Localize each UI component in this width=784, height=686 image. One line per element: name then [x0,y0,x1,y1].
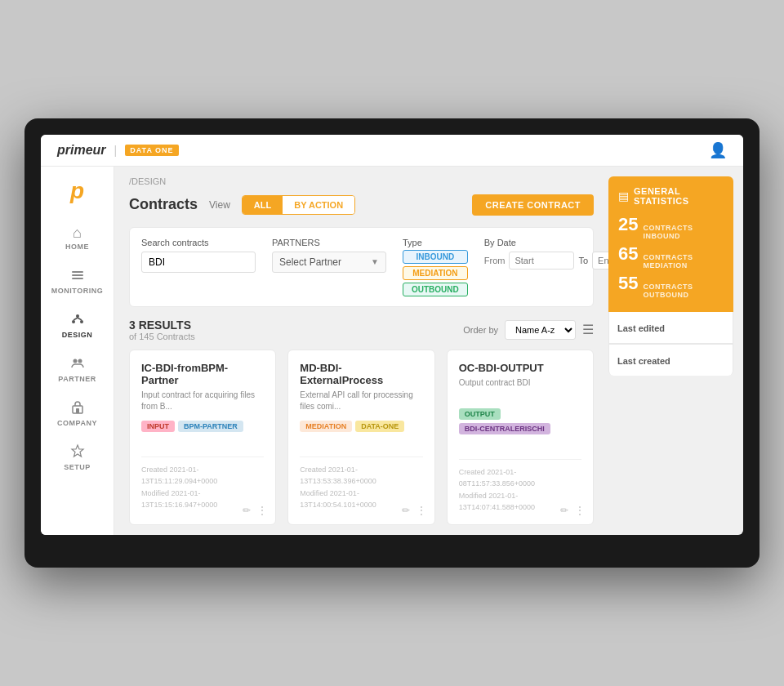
card-desc-1: External API call for processing files c… [300,390,422,412]
date-group: By Date From To [484,238,608,270]
svg-line-7 [78,318,82,320]
edit-icon-0[interactable]: ✏ [243,505,251,516]
partner-label: PARTNERS [272,238,386,247]
order-row: Order by Name A-z ☰ [463,320,594,340]
main-area: p ⌂ HOME MONITORING [41,167,743,536]
laptop-screen: primeur | DATA ONE 👤 p ⌂ HOME [41,135,743,536]
card-tags-1: MEDIATION DATA-ONE [300,421,422,432]
type-outbound[interactable]: OUTBOUND [403,283,468,296]
last-created-panel: Last created [608,344,733,376]
contract-card-1[interactable]: MD-BDI-ExternalProcess External API call… [287,350,434,526]
view-label: View [209,199,230,211]
svg-rect-0 [72,271,83,273]
stat-row-inbound: 25 CONTRACTS INBOUND [618,214,724,240]
search-area: Search contracts PARTNERS Select Partner… [129,227,594,307]
date-to-label: To [578,256,588,265]
edit-icon-2[interactable]: ✏ [560,505,568,516]
last-edited-label: Last edited [617,323,665,333]
stat-number-outbound: 55 [618,273,638,294]
search-group: Search contracts [141,238,256,273]
sidebar-label-setup: SETUP [64,463,91,471]
sidebar-item-partner[interactable]: PARTNER [47,349,108,390]
tab-all[interactable]: ALL [243,196,283,214]
date-row: From To [484,252,608,270]
card-tags-0: INPUT BPM-PARTNER [141,421,264,432]
order-select[interactable]: Name A-z [505,320,576,340]
more-icon-0[interactable]: ⋮ [257,505,267,516]
card-created-2: Created 2021-01-08T11:57:33.856+0000 [459,466,581,490]
stats-title: General statistics [634,186,724,206]
header-divider: | [114,144,118,157]
create-contract-button[interactable]: CREATE CONTRACT [472,194,594,216]
stats-icon: ▤ [618,189,629,203]
card-title-0: IC-BDI-fromBPM-Partner [141,362,264,386]
type-label: Type [403,238,468,247]
stat-number-inbound: 25 [618,214,638,235]
results-subtitle: of 145 Contracts [129,332,195,341]
date-from-label: From [484,256,506,265]
type-inbound[interactable]: INBOUND [403,250,468,264]
stat-label-mediation: CONTRACTS MEDIATION [643,253,724,270]
card-tag-input: INPUT [141,421,175,432]
svg-point-5 [80,320,83,323]
edit-icon-1[interactable]: ✏ [402,505,410,516]
stat-label-outbound: CONTRACTS OUTBOUND [643,283,724,299]
header-brand: primeur | DATA ONE [57,143,179,158]
card-title-2: OC-BDI-OUTPUT [459,362,581,374]
sidebar-item-design[interactable]: DESIGN [47,305,108,345]
list-view-icon[interactable]: ☰ [582,322,594,337]
date-from-input[interactable] [509,252,574,270]
sidebar-label-design: DESIGN [62,331,93,339]
last-created-label: Last created [617,356,670,366]
contract-card-0[interactable]: IC-BDI-fromBPM-Partner Input contract fo… [129,350,276,526]
design-icon [70,311,85,328]
sidebar-label-home: HOME [65,243,89,251]
user-icon[interactable]: 👤 [709,141,727,159]
sidebar-logo: p [61,175,94,207]
card-actions-2: ✏ ⋮ [560,505,585,516]
tab-by-action[interactable]: BY ACTION [283,196,354,214]
partner-placeholder: Select Partner [279,256,341,268]
sidebar-item-home[interactable]: ⌂ HOME [47,219,108,257]
svg-point-4 [72,320,75,323]
sidebar-item-monitoring[interactable]: MONITORING [47,261,108,301]
stat-row-outbound: 55 CONTRACTS OUTBOUND [618,273,724,299]
app-header: primeur | DATA ONE 👤 [41,135,743,167]
sidebar-item-setup[interactable]: SETUP [47,437,108,478]
svg-rect-2 [72,278,83,279]
company-icon [70,399,85,416]
home-icon: ⌂ [73,225,82,240]
partner-chevron-icon: ▼ [371,257,379,266]
page-title: Contracts [129,196,198,213]
laptop-frame: primeur | DATA ONE 👤 p ⌂ HOME [24,118,760,568]
view-tabs: ALL BY ACTION [242,195,355,215]
last-edited-panel: Last edited [608,312,733,344]
type-group: Type INBOUND MEDIATION OUTBOUND [403,238,468,296]
more-icon-1[interactable]: ⋮ [416,505,426,516]
card-desc-0: Input contract for acquiring files from … [141,390,264,412]
sidebar-item-company[interactable]: COMPANY [47,393,108,434]
card-tag-mediation: MEDIATION [300,421,352,432]
sidebar-label-company: COMPANY [57,419,97,427]
card-actions-1: ✏ ⋮ [402,505,426,516]
date-to-input[interactable] [592,252,608,270]
search-label: Search contracts [141,238,256,247]
card-created-1: Created 2021-01-13T13:53:38.396+0000 [300,464,422,488]
svg-point-8 [73,359,77,363]
card-desc-2: Output contract BDI [459,377,581,400]
stats-header: ▤ General statistics [618,186,724,206]
stat-row-mediation: 65 CONTRACTS MEDIATION [618,243,724,270]
card-footer-0: Created 2021-01-13T15:11:29.094+0000 Mod… [141,457,264,511]
more-icon-2[interactable]: ⋮ [575,505,585,516]
results-row: 3 RESULTS of 145 Contracts Order by Name… [129,318,594,341]
card-actions-0: ✏ ⋮ [243,505,267,516]
stat-number-mediation: 65 [618,243,638,265]
right-panel: ▤ General statistics 25 CONTRACTS INBOUN… [608,167,743,536]
type-mediation[interactable]: MEDIATION [403,266,468,280]
setup-icon [70,443,85,461]
card-title-1: MD-BDI-ExternalProcess [300,362,422,386]
partner-select[interactable]: Select Partner ▼ [272,252,386,273]
sidebar: p ⌂ HOME MONITORING [41,167,114,536]
contract-card-2[interactable]: OC-BDI-OUTPUT Output contract BDI OUTPUT… [447,350,594,526]
search-input[interactable] [141,252,256,273]
